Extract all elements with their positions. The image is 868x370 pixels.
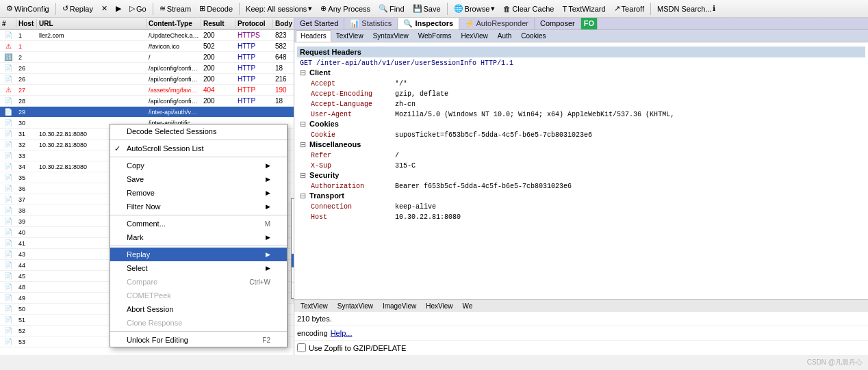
tab-autoresponder[interactable]: ⚡ AutoResponder <box>459 18 535 29</box>
tab-auth[interactable]: Auth <box>493 30 517 42</box>
save-button[interactable]: 💾 Save <box>409 3 444 14</box>
decode-button[interactable]: ⊞ Decode <box>196 3 236 14</box>
tab-headers[interactable]: Headers <box>296 30 331 42</box>
keep-sessions-button[interactable]: Keep: All sessions ▾ <box>242 3 316 14</box>
table-row[interactable]: 📄 1 ller2.com /UpdateCheck.aspx?isBeta=F… <box>0 30 294 41</box>
table-row[interactable]: 📄 28 /api/config/configInfo/global_setti… <box>0 96 294 107</box>
header-host: Host 10.30.22.81:8080 <box>297 211 865 222</box>
stream-icon: ≋ <box>159 4 166 13</box>
forward-button[interactable]: ▶ <box>112 3 125 14</box>
cm-reissue-sequentially[interactable]: Reissue Sequentially S <box>292 254 294 267</box>
row-icon: 📄 <box>0 272 16 280</box>
header-accept: Accept */* <box>297 78 865 88</box>
row-icon: 📄 <box>0 250 16 258</box>
row-icon: 📄 <box>0 283 16 291</box>
response-size-text: 210 bytes. <box>297 315 332 323</box>
table-row[interactable]: 🔢 2 / 200 HTTP 648 private... <box>0 52 294 63</box>
table-row[interactable]: ⚠ 1 /favicon.ico 502 HTTP 582 no-ca... <box>0 41 294 52</box>
cm-reissue-composer[interactable]: Reissue from Composer <box>292 267 294 281</box>
cm-replay[interactable]: Replay <box>110 248 287 261</box>
table-row[interactable]: 📄 29 /inter-api/auth/v1/user/userSession… <box>0 107 294 118</box>
cm-reissue-edit[interactable]: Reissue and Edit E <box>292 226 294 240</box>
row-icon: 📄 <box>0 316 16 323</box>
row-icon: 📄 <box>0 97 16 105</box>
row-icon: 📄 <box>0 294 16 302</box>
inspectors-icon: 🔍 <box>403 19 415 27</box>
cm-filter-now[interactable]: Filter Now <box>110 200 287 213</box>
tab-resp-textview[interactable]: TextView <box>296 300 333 312</box>
cm-comment[interactable]: Comment... M <box>110 217 287 230</box>
tab-textview[interactable]: TextView <box>331 30 368 42</box>
session-list: # Host URL Content-Type Result Protocol … <box>0 18 294 355</box>
tab-composer[interactable]: Composer <box>535 18 581 29</box>
help-link[interactable]: Help... <box>331 329 353 337</box>
browse-dropdown-icon: ▾ <box>491 4 495 13</box>
tab-inspectors[interactable]: 🔍 Inspectors <box>398 18 459 29</box>
cm-decode-sessions[interactable]: Decode Selected Sessions <box>110 124 287 138</box>
cm-mark[interactable]: Mark <box>110 230 287 244</box>
cm-sep-4 <box>110 246 287 246</box>
replay-button[interactable]: ↺ Replay <box>59 3 97 14</box>
cm-reissue-verify[interactable]: Reissue and Verify V <box>292 240 294 254</box>
textwizard-button[interactable]: T TextWizard <box>559 3 609 14</box>
stream-button[interactable]: ≋ Stream <box>156 3 194 14</box>
toolbar-sep-3 <box>239 3 240 15</box>
tab-get-started[interactable]: Get Started <box>294 18 344 29</box>
tab-resp-syntaxview[interactable]: SyntaxView <box>333 300 378 312</box>
msdn-search-button[interactable]: MSDN Search... ℹ <box>654 3 719 14</box>
row-icon: 📄 <box>0 207 16 214</box>
tree-expand-misc-icon: ⊟ <box>300 140 306 148</box>
cm-sep-sub-1 <box>292 282 294 283</box>
table-row[interactable]: ⚠ 27 /assets/img/favicon.png 404 HTTP 19… <box>0 85 294 96</box>
cm-copy[interactable]: Copy <box>110 159 287 172</box>
go-button[interactable]: ▷ Go <box>126 3 150 14</box>
tearoff-button[interactable]: ↗ Tearoff <box>611 3 648 14</box>
cm-compare[interactable]: Compare Ctrl+W <box>110 275 287 289</box>
browse-button[interactable]: 🌐 Browse ▾ <box>450 3 499 14</box>
tab-statistics[interactable]: 📊 Statistics <box>344 18 398 29</box>
tree-expand-security-icon: ⊟ <box>300 171 306 179</box>
cm-remove[interactable]: Remove <box>110 186 287 200</box>
cm-select[interactable]: Select <box>110 261 287 275</box>
section-miscellaneous: ⊟ Miscellaneous <box>297 140 865 150</box>
table-row[interactable]: 📄 26 /api/config/configInfo/version 200 … <box>0 74 294 85</box>
row-icon: 📄 <box>0 108 16 116</box>
cm-autoscroll[interactable]: AutoScroll Session List <box>110 142 287 155</box>
table-row[interactable]: 📄 26 /api/config/configInfo/global_setti… <box>0 63 294 74</box>
row-icon: 📄 <box>0 305 16 313</box>
tab-syntaxview[interactable]: SyntaxView <box>368 30 413 42</box>
clear-cache-button[interactable]: 🗑 Clear Cache <box>500 3 557 14</box>
cm-cometpeek[interactable]: COMETPeek <box>110 289 287 302</box>
any-process-button[interactable]: ⊕ Any Process <box>317 3 374 14</box>
cm-unlock-editing[interactable]: Unlock For Editing F2 <box>110 333 287 347</box>
tab-resp-imageview[interactable]: ImageView <box>378 300 421 312</box>
close-button[interactable]: ✕ <box>98 3 111 14</box>
tab-hexview[interactable]: HexView <box>456 30 492 42</box>
col-body: Body <box>273 19 294 28</box>
cm-abort-session[interactable]: Abort Session <box>110 302 287 316</box>
tab-fo[interactable]: FO <box>581 18 598 29</box>
toolbar-sep-5 <box>650 3 651 15</box>
toolbar-sep-1 <box>55 3 56 15</box>
tab-webforms[interactable]: WebForms <box>413 30 457 42</box>
row-icon: ⚠ <box>0 86 16 94</box>
row-icon: 📄 <box>0 141 16 148</box>
tab-resp-hexview[interactable]: HexView <box>421 300 457 312</box>
cm-save[interactable]: Save <box>110 172 287 186</box>
dropdown-icon: ▾ <box>308 4 312 13</box>
row-icon: 📄 <box>0 261 16 269</box>
use-zopfli-checkbox[interactable] <box>297 343 306 352</box>
browse-icon: 🌐 <box>454 4 463 13</box>
top-right-tabs: Get Started 📊 Statistics 🔍 Inspectors ⚡ … <box>294 18 868 30</box>
winconfig-button[interactable]: ⚙ WinConfig <box>3 3 53 14</box>
response-tabs-bar: TextView SyntaxView ImageView HexView We <box>294 299 868 312</box>
cm-reissue-unconditionally[interactable]: Reissue Unconditionally U <box>292 213 294 226</box>
winconfig-icon: ⚙ <box>6 4 13 13</box>
cm-reissue-requests[interactable]: Reissue Requests R <box>292 199 294 213</box>
tab-resp-we[interactable]: We <box>458 300 478 312</box>
cm-clone-response[interactable]: Clone Response <box>110 316 287 330</box>
cm-revisit-ie[interactable]: Revisit in IE <box>292 285 294 298</box>
statistics-icon: 📊 <box>350 19 361 27</box>
tab-cookies[interactable]: Cookies <box>516 30 550 42</box>
find-button[interactable]: 🔍 Find <box>375 3 407 14</box>
